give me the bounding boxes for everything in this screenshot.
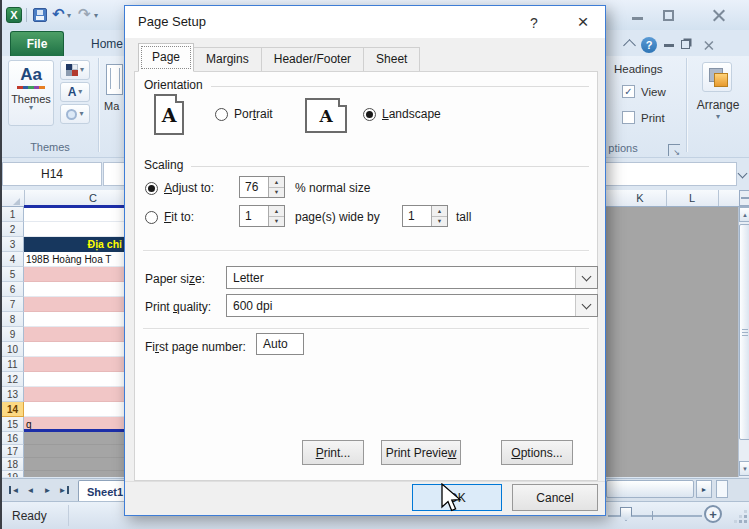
row-header-4[interactable]: 4 xyxy=(2,252,24,267)
first-page-number-input[interactable]: Auto xyxy=(256,333,304,355)
row-2-cells[interactable] xyxy=(24,222,124,237)
print-preview-button[interactable]: Print Preview xyxy=(381,440,461,465)
row-header-6[interactable]: 6 xyxy=(2,282,24,297)
dialog-help-icon[interactable]: ? xyxy=(524,13,544,33)
row-17-cells[interactable] xyxy=(24,445,124,458)
row-6-cells[interactable] xyxy=(24,282,124,297)
row-5-cells[interactable] xyxy=(24,267,124,282)
column-header-k[interactable]: K xyxy=(614,190,667,206)
row-14-cells[interactable] xyxy=(24,402,124,417)
zoom-in-button[interactable]: + xyxy=(704,505,722,523)
fit-to-label[interactable]: Fit to: xyxy=(164,210,194,224)
cancel-button[interactable]: Cancel xyxy=(512,484,598,511)
vertical-scrollbar-thumb[interactable] xyxy=(739,224,749,440)
row-header-14[interactable]: 14 xyxy=(2,402,24,417)
fit-tall-spinner[interactable]: 1 ▲ ▼ xyxy=(402,205,448,227)
column-header-l[interactable]: L xyxy=(666,190,719,206)
save-icon[interactable] xyxy=(33,8,47,22)
row-header-5[interactable]: 5 xyxy=(2,267,24,282)
fit-tall-value[interactable]: 1 xyxy=(403,206,431,226)
dialog-launcher-icon[interactable]: ↘ xyxy=(668,144,680,156)
row-11-cells[interactable] xyxy=(24,357,124,372)
adjust-to-radio[interactable] xyxy=(145,182,158,195)
portrait-label[interactable]: Portrait xyxy=(234,107,273,121)
fit-wide-spinner[interactable]: 1 ▲ ▼ xyxy=(239,205,285,227)
row-3-cells[interactable]: Địa chỉ xyxy=(24,237,124,252)
row-16-cells[interactable] xyxy=(24,432,124,445)
adjust-to-label[interactable]: Adjust to: xyxy=(164,181,214,195)
theme-effects-button[interactable]: ▾ xyxy=(60,104,90,124)
tab-page[interactable]: Page xyxy=(138,43,194,72)
window-maximize-button[interactable] xyxy=(663,10,674,21)
spin-down-icon[interactable]: ▼ xyxy=(269,188,284,198)
select-all-corner[interactable] xyxy=(2,190,25,206)
row-header-3[interactable]: 3 xyxy=(2,237,24,252)
row-header-15[interactable]: 15 xyxy=(2,417,24,432)
split-handle[interactable] xyxy=(739,190,749,206)
scroll-up-icon[interactable]: ▲ xyxy=(739,207,749,222)
margins-button-label[interactable]: Ma xyxy=(104,100,126,112)
collapse-ribbon-icon[interactable] xyxy=(623,39,636,52)
adjust-to-spinner[interactable]: 76 ▲ ▼ xyxy=(239,176,285,198)
row-header-10[interactable]: 10 xyxy=(2,342,24,357)
row-7-cells[interactable] xyxy=(24,297,124,312)
window-minimize-button[interactable] xyxy=(632,17,643,20)
help-icon[interactable]: ? xyxy=(641,37,657,53)
row-header-17[interactable]: 17 xyxy=(2,445,24,458)
landscape-label[interactable]: Landscape xyxy=(382,107,441,121)
window-close-button[interactable] xyxy=(711,8,726,23)
fit-wide-value[interactable]: 1 xyxy=(240,206,268,226)
resize-grip[interactable] xyxy=(732,508,748,524)
name-box[interactable]: H14 xyxy=(2,162,102,186)
arrange-icon[interactable] xyxy=(702,62,732,92)
themes-button[interactable]: Aa Themes ▾ xyxy=(8,60,54,126)
row-19-cells[interactable] xyxy=(24,471,124,477)
workbook-minimize-icon[interactable] xyxy=(664,44,674,47)
chevron-down-icon[interactable] xyxy=(575,295,597,316)
spin-up-icon[interactable]: ▲ xyxy=(269,177,284,188)
row-12-cells[interactable] xyxy=(24,372,124,387)
row-1-cells[interactable] xyxy=(24,207,124,222)
row-header-13[interactable]: 13 xyxy=(2,387,24,402)
tab-split-handle[interactable] xyxy=(716,480,728,498)
redo-dropdown-icon[interactable]: ▾ xyxy=(94,11,98,20)
expand-formula-bar-icon[interactable] xyxy=(738,169,748,179)
landscape-radio[interactable] xyxy=(363,108,376,121)
row-header-16[interactable]: 16 xyxy=(2,432,24,445)
tab-margins[interactable]: Margins xyxy=(193,47,262,72)
headings-print-checkbox[interactable] xyxy=(622,111,635,124)
row-10-cells[interactable] xyxy=(24,342,124,357)
scroll-down-icon[interactable]: ▼ xyxy=(739,461,749,476)
dialog-close-icon[interactable]: × xyxy=(570,10,596,34)
row-header-18[interactable]: 18 xyxy=(2,458,24,471)
arrange-button-label[interactable]: Arrange xyxy=(690,98,746,112)
spin-up-icon[interactable]: ▲ xyxy=(432,206,447,217)
chevron-down-icon[interactable] xyxy=(575,267,597,288)
headings-view-checkbox[interactable]: ✓ xyxy=(622,85,635,98)
scroll-right-icon[interactable]: ► xyxy=(696,480,712,498)
row-header-11[interactable]: 11 xyxy=(2,357,24,372)
sheet-nav-last-icon[interactable]: ► xyxy=(57,482,72,498)
row-header-12[interactable]: 12 xyxy=(2,372,24,387)
tab-sheet[interactable]: Sheet xyxy=(363,47,420,72)
fit-to-radio[interactable] xyxy=(145,211,158,224)
workbook-close-icon[interactable] xyxy=(703,40,714,51)
options-button[interactable]: Options... xyxy=(501,440,573,465)
spin-down-icon[interactable]: ▼ xyxy=(432,217,447,227)
spin-down-icon[interactable]: ▼ xyxy=(269,217,284,227)
row-4-cells[interactable]: 198B Hoàng Hoa T xyxy=(24,252,124,267)
row-header-7[interactable]: 7 xyxy=(2,297,24,312)
horizontal-scrollbar-thumb[interactable] xyxy=(606,480,694,498)
column-header-partial[interactable] xyxy=(718,190,740,206)
row-13-cells[interactable] xyxy=(24,387,124,402)
sheet-nav-first-icon[interactable]: ◄ xyxy=(6,482,21,498)
undo-dropdown-icon[interactable]: ▾ xyxy=(67,11,71,20)
spin-up-icon[interactable]: ▲ xyxy=(269,206,284,217)
print-button[interactable]: Print... xyxy=(302,440,364,465)
tab-header-footer[interactable]: Header/Footer xyxy=(261,47,364,72)
ok-button[interactable]: OK xyxy=(412,484,502,511)
row-8-cells[interactable] xyxy=(24,312,124,327)
paper-size-select[interactable]: Letter xyxy=(226,266,598,289)
theme-colors-button[interactable]: ▾ xyxy=(60,60,90,80)
row-header-19[interactable]: 19 xyxy=(2,471,24,477)
